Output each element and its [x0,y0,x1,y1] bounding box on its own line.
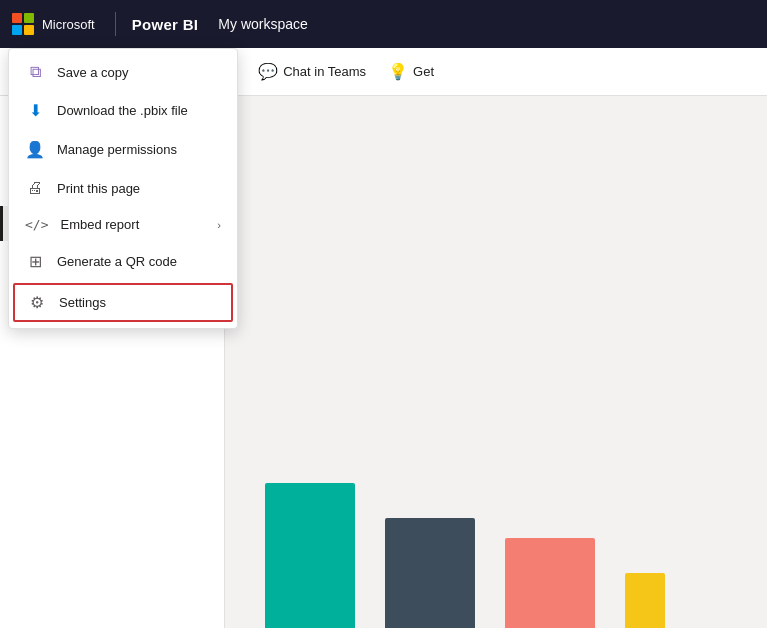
ms-logo-yellow [24,25,34,35]
chart-area [225,428,767,628]
get-label: Get [413,64,434,79]
powerbi-label: Power BI [132,16,199,33]
chat-label: Chat in Teams [283,64,366,79]
teams-icon: 💬 [258,62,278,81]
ms-logo-green [24,13,34,23]
embed-arrow-icon: › [217,219,221,231]
settings-icon: ⚙ [27,293,47,312]
ms-logo-blue [12,25,22,35]
embed-icon: </> [25,217,48,232]
settings-label: Settings [59,295,106,310]
qr-code-label: Generate a QR code [57,254,177,269]
print-icon: 🖨 [25,179,45,197]
lightbulb-icon: 💡 [388,62,408,81]
get-button[interactable]: 💡 Get [378,56,444,87]
settings-item[interactable]: ⚙ Settings [13,283,233,322]
save-copy-label: Save a copy [57,65,129,80]
embed-report-item[interactable]: </> Embed report › [9,207,237,242]
bar-coral [505,538,595,628]
microsoft-label: Microsoft [42,17,95,32]
embed-report-label: Embed report [60,217,139,232]
microsoft-logo: Microsoft [12,13,95,35]
topbar: Microsoft Power BI My workspace [0,0,767,48]
permissions-icon: 👤 [25,140,45,159]
bar-dark [385,518,475,628]
file-dropdown-menu: ⧉ Save a copy ⬇ Download the .pbix file … [8,48,238,329]
download-pbix-label: Download the .pbix file [57,103,188,118]
save-copy-icon: ⧉ [25,63,45,81]
download-pbix-item[interactable]: ⬇ Download the .pbix file [9,91,237,130]
qr-icon: ⊞ [25,252,45,271]
save-copy-item[interactable]: ⧉ Save a copy [9,53,237,91]
topbar-divider [115,12,116,36]
manage-permissions-item[interactable]: 👤 Manage permissions [9,130,237,169]
print-page-label: Print this page [57,181,140,196]
main-content [225,96,767,628]
qr-code-item[interactable]: ⊞ Generate a QR code [9,242,237,281]
bar-teal [265,483,355,628]
manage-permissions-label: Manage permissions [57,142,177,157]
ms-logo-red [12,13,22,23]
workspace-label: My workspace [218,16,307,32]
download-icon: ⬇ [25,101,45,120]
bar-yellow [625,573,665,628]
print-page-item[interactable]: 🖨 Print this page [9,169,237,207]
chat-in-teams-button[interactable]: 💬 Chat in Teams [248,56,376,87]
ms-logo-grid [12,13,34,35]
